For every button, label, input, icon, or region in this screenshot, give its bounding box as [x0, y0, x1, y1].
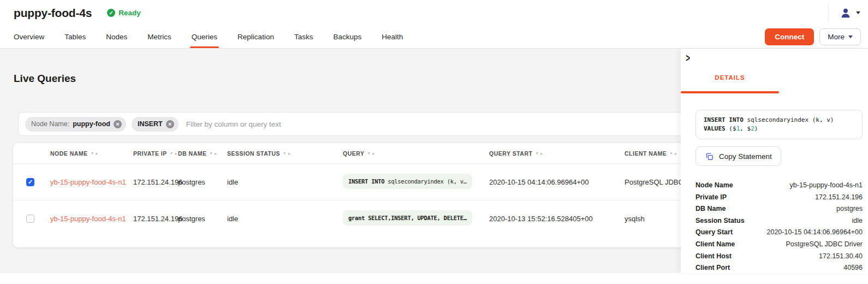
user-menu-button[interactable]	[840, 7, 860, 19]
details-panel: > DETAILS INSERT INTO sqlsecondaryindex …	[681, 49, 868, 273]
private-ip-cell: 172.151.24.196	[133, 178, 178, 186]
detail-value: 172.151.24.196	[815, 192, 863, 204]
connect-button[interactable]: Connect	[765, 28, 814, 45]
collapse-panel-icon[interactable]: >	[686, 51, 690, 64]
detail-row: Session Statusidle	[695, 215, 863, 227]
filter-chip-value: puppy-food	[73, 120, 110, 128]
status-badge: ✓ Ready	[107, 9, 141, 17]
chevron-down-icon	[848, 36, 853, 38]
tab-overview[interactable]: Overview	[14, 26, 44, 48]
tab-health[interactable]: Health	[382, 26, 403, 48]
detail-row: Client Host172.151.30.40	[695, 251, 863, 263]
session-status-cell: idle	[227, 215, 343, 223]
detail-row: Client NamePostgreSQL JDBC Driver	[695, 239, 863, 251]
node-name-link[interactable]: yb-15-puppy-food-4s-n1	[50, 178, 126, 186]
sort-icons[interactable]	[367, 151, 375, 155]
detail-label: Private IP	[695, 192, 727, 204]
detail-label: Client Host	[695, 251, 732, 263]
detail-row: Node Nameyb-15-puppy-food-4s-n1	[695, 180, 863, 192]
more-button[interactable]: More	[819, 28, 861, 45]
active-tab-underline	[681, 91, 779, 93]
detail-value: yb-15-puppy-food-4s-n1	[790, 180, 863, 192]
user-icon	[840, 7, 852, 19]
detail-label: Node Name	[695, 180, 733, 192]
db-name-cell: postgres	[178, 215, 227, 223]
header-divider	[828, 4, 829, 22]
filter-chip-prefix: Node Name:	[31, 120, 69, 128]
query-details-fields: Node Nameyb-15-puppy-food-4s-n1 Private …	[695, 180, 863, 274]
detail-label: DB Name	[695, 203, 726, 215]
detail-value: idle	[852, 215, 863, 227]
query-start-cell: 2020-10-15 04:14:06.96964+00	[489, 178, 625, 186]
remove-filter-icon[interactable]: ×	[114, 120, 122, 128]
detail-label: Query Start	[695, 227, 733, 239]
remove-filter-icon[interactable]: ×	[166, 120, 174, 128]
tabs: Overview Tables Nodes Metrics Queries Re…	[14, 26, 403, 48]
detail-row: Private IP172.151.24.196	[695, 192, 863, 204]
query-snippet[interactable]: INSERT INTO sqlsecondaryindex (k, v…	[343, 174, 472, 189]
cluster-title: puppy-food-4s	[14, 7, 92, 20]
sort-icons[interactable]	[170, 151, 178, 155]
column-header-query-start[interactable]: QUERY START	[489, 150, 625, 157]
detail-row: Client Port40596	[695, 262, 863, 274]
session-status-cell: idle	[227, 178, 343, 186]
row-checkbox[interactable]	[26, 215, 34, 223]
tab-backups[interactable]: Backups	[333, 26, 361, 48]
column-header-node-name[interactable]: NODE NAME	[50, 150, 133, 157]
tab-queries[interactable]: Queries	[192, 26, 217, 48]
sql-statement: INSERT INTO sqlsecondaryindex (k, v) VAL…	[695, 110, 863, 139]
check-icon: ✓	[107, 9, 115, 17]
detail-value: 2020-10-15 04:14:06.96964+00	[766, 227, 863, 239]
tab-nodes[interactable]: Nodes	[106, 26, 127, 48]
sort-icons[interactable]	[535, 151, 543, 155]
column-header-session-status[interactable]: SESSION STATUS	[227, 150, 343, 157]
detail-row: Query Start2020-10-15 04:14:06.96964+00	[695, 227, 863, 239]
status-label: Ready	[118, 9, 141, 17]
column-header-db-name[interactable]: DB NAME	[178, 150, 227, 157]
db-name-cell: postgres	[178, 178, 227, 186]
detail-label: Client Port	[695, 262, 730, 274]
tab-tasks[interactable]: Tasks	[294, 26, 313, 48]
tab-bar: Overview Tables Nodes Metrics Queries Re…	[0, 26, 868, 49]
filter-chip-insert: INSERT×	[132, 117, 179, 132]
tab-replication[interactable]: Replication	[237, 26, 274, 48]
chevron-down-icon	[856, 11, 860, 14]
row-checkbox[interactable]	[26, 178, 34, 186]
column-header-query[interactable]: QUERY	[343, 150, 489, 157]
detail-value: postgres	[836, 203, 863, 215]
copy-icon	[705, 152, 714, 161]
more-button-label: More	[828, 33, 845, 41]
detail-value: 40596	[843, 262, 863, 274]
node-name-link[interactable]: yb-15-puppy-food-4s-n1	[50, 215, 126, 223]
sort-icons[interactable]	[210, 151, 218, 155]
detail-label: Session Status	[695, 215, 745, 227]
filter-placeholder: Filter by column or query text	[186, 120, 281, 128]
private-ip-cell: 172.151.24.196	[133, 215, 178, 223]
copy-statement-label: Copy Statement	[719, 152, 772, 161]
query-snippet[interactable]: grant SELECT,INSERT, UPDATE, DELETE…	[343, 210, 472, 226]
app-header: puppy-food-4s ✓ Ready	[0, 0, 868, 26]
sort-icons[interactable]	[669, 151, 677, 155]
tab-details[interactable]: DETAILS	[681, 74, 779, 81]
detail-label: Client Name	[695, 239, 735, 251]
copy-statement-button[interactable]: Copy Statement	[695, 146, 781, 166]
query-start-cell: 2020-10-13 15:52:16.528405+00	[489, 215, 625, 223]
column-header-private-ip[interactable]: PRIVATE IP	[133, 150, 178, 157]
sort-icons[interactable]	[283, 151, 291, 155]
detail-value: PostgreSQL JDBC Driver	[786, 239, 863, 251]
sort-icons[interactable]	[91, 151, 99, 155]
detail-row: DB Namepostgres	[695, 203, 863, 215]
filter-chip-value: INSERT	[138, 120, 163, 128]
filter-chip-node-name: Node Name: puppy-food×	[25, 117, 126, 132]
tab-tables[interactable]: Tables	[64, 26, 86, 48]
page-title: Live Queries	[14, 73, 76, 85]
detail-value: 172.151.30.40	[819, 251, 863, 263]
tab-metrics[interactable]: Metrics	[147, 26, 171, 48]
